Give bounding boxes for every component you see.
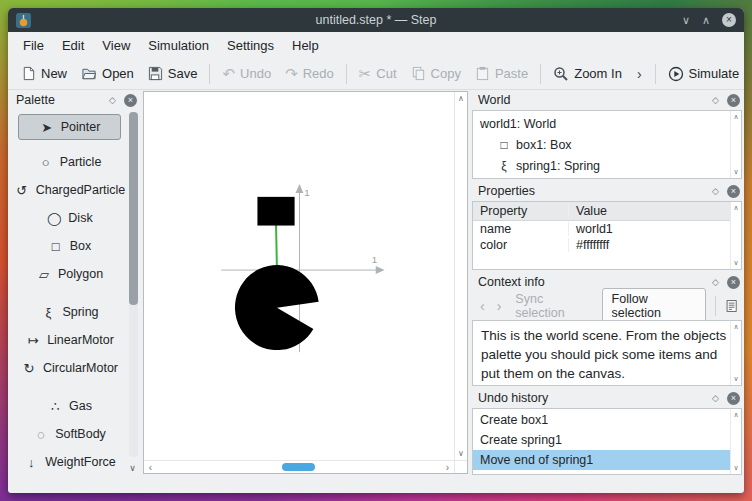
zoom-in-button[interactable]: Zoom In: [546, 62, 629, 86]
palette-scrollbar[interactable]: [129, 112, 138, 457]
copy-label: Copy: [431, 66, 461, 81]
window-controls: ∨ ∧ ×: [682, 13, 736, 27]
context-info-text: This is the world scene. From the object…: [473, 321, 730, 385]
undo-button[interactable]: ↶ Undo: [215, 62, 278, 85]
palette-item-polygon[interactable]: ▱ Polygon: [12, 260, 127, 288]
palette-scroll-down-icon[interactable]: ∨: [127, 463, 138, 473]
scroll-up-icon[interactable]: ∧: [733, 204, 738, 212]
canvas-vertical-scrollbar[interactable]: ∧ ∨: [454, 92, 467, 460]
box-icon: □: [48, 239, 64, 254]
sync-selection-button[interactable]: Sync selection: [509, 289, 597, 323]
palette-item-disk[interactable]: ◯ Disk: [12, 204, 127, 232]
float-panel-icon[interactable]: ◇: [712, 393, 719, 403]
menu-settings[interactable]: Settings: [218, 34, 283, 57]
toolbar-separator: [655, 64, 656, 84]
maximize-icon[interactable]: ∧: [702, 15, 710, 26]
scroll-down-icon[interactable]: ∨: [458, 449, 464, 458]
palette-item-box[interactable]: □ Box: [12, 232, 127, 260]
close-panel-icon[interactable]: ×: [124, 94, 137, 107]
close-panel-icon[interactable]: ×: [727, 94, 740, 107]
close-icon[interactable]: ×: [722, 13, 736, 27]
properties-scrollbar[interactable]: ∧ ∨: [730, 202, 741, 269]
palette-item-gas[interactable]: ∴ Gas: [12, 392, 127, 420]
scroll-right-icon[interactable]: ›: [441, 462, 454, 473]
property-row-color[interactable]: color #ffffffff: [473, 237, 730, 253]
palette-item-linearmotor[interactable]: ↦ LinearMotor: [12, 326, 127, 354]
paste-button[interactable]: Paste: [468, 62, 535, 85]
scrollbar-thumb[interactable]: [282, 463, 315, 471]
undo-history-scrollbar[interactable]: ∧ ∨: [730, 409, 741, 474]
menu-edit[interactable]: Edit: [53, 34, 93, 57]
world-canvas[interactable]: 1 1 ∧ ∨ ‹: [143, 91, 468, 474]
palette-item-pointer[interactable]: ➤ Pointer: [18, 114, 121, 140]
scroll-up-icon[interactable]: ∧: [733, 411, 738, 419]
redo-label: Redo: [303, 66, 334, 81]
palette-item-circularmotor[interactable]: ↻ CircularMotor: [12, 354, 127, 382]
float-panel-icon[interactable]: ◇: [712, 186, 719, 196]
scroll-left-icon[interactable]: ‹: [144, 462, 157, 473]
close-panel-icon[interactable]: ×: [727, 185, 740, 198]
world-panel: World ◇ × world1: World □ box1: Box: [470, 90, 744, 179]
menu-view[interactable]: View: [93, 34, 139, 57]
canvas-horizontal-scrollbar[interactable]: ‹ ›: [144, 460, 454, 473]
scroll-up-icon[interactable]: ∧: [733, 113, 738, 121]
palette-item-particle[interactable]: ○ Particle: [12, 148, 127, 176]
disk-object[interactable]: [235, 265, 319, 350]
float-panel-icon[interactable]: ◇: [712, 277, 719, 287]
undo-item-label: Create box1: [480, 413, 548, 427]
tree-item-box1[interactable]: □ box1: Box: [473, 134, 730, 155]
properties-table: Property Value name world1 color #ffffff…: [473, 202, 730, 269]
follow-selection-button[interactable]: Follow selection: [602, 288, 706, 324]
open-button[interactable]: Open: [74, 62, 141, 85]
scroll-down-icon[interactable]: ∨: [733, 464, 738, 472]
minimize-icon[interactable]: ∨: [682, 15, 690, 26]
palette-item-softbody[interactable]: ◌ SoftBody: [12, 420, 127, 448]
box-object[interactable]: [257, 197, 294, 226]
scene-svg[interactable]: 1 1: [144, 92, 454, 460]
menu-simulation[interactable]: Simulation: [139, 34, 218, 57]
menu-help[interactable]: Help: [283, 34, 328, 57]
palette-item-chargedparticle[interactable]: ↺ ChargedParticle: [12, 176, 127, 204]
tree-item-label: spring1: Spring: [516, 159, 600, 173]
text-page-icon[interactable]: [725, 299, 738, 313]
close-panel-icon[interactable]: ×: [727, 276, 740, 289]
context-scrollbar[interactable]: ∧ ∨: [730, 321, 741, 385]
scroll-down-icon[interactable]: ∨: [733, 168, 738, 176]
world-scrollbar[interactable]: ∧ ∨: [730, 111, 741, 178]
undo-item-create-spring1[interactable]: Create spring1: [473, 430, 730, 450]
close-panel-icon[interactable]: ×: [727, 392, 740, 405]
redo-button[interactable]: ↷ Redo: [278, 62, 341, 85]
tree-item-spring1[interactable]: ξ spring1: Spring: [473, 155, 730, 176]
scroll-up-icon[interactable]: ∧: [458, 94, 464, 103]
palette-item-weightforce[interactable]: ↓ WeightForce: [12, 448, 127, 475]
titlebar[interactable]: untitled.step * — Step ∨ ∧ ×: [8, 8, 744, 32]
save-button[interactable]: Save: [141, 62, 205, 85]
scrollbar-track[interactable]: [157, 461, 441, 473]
redo-icon: ↷: [285, 66, 298, 81]
scroll-up-icon[interactable]: ∧: [733, 323, 738, 331]
scroll-down-icon[interactable]: ∨: [733, 375, 738, 383]
copy-button[interactable]: Copy: [404, 62, 468, 85]
palette-item-spring[interactable]: ξ Spring: [12, 298, 127, 326]
float-panel-icon[interactable]: ◇: [109, 95, 116, 105]
toolbar-overflow-icon[interactable]: ›: [629, 64, 650, 84]
float-panel-icon[interactable]: ◇: [712, 95, 719, 105]
tree-item-world1[interactable]: world1: World: [473, 113, 730, 134]
undo-item-move-end-of-spring1[interactable]: Move end of spring1: [473, 450, 730, 470]
property-row-name[interactable]: name world1: [473, 221, 730, 237]
scroll-down-icon[interactable]: ∨: [733, 259, 738, 267]
properties-column-headers[interactable]: Property Value: [473, 202, 730, 221]
back-icon[interactable]: ‹: [476, 298, 489, 314]
menu-file[interactable]: File: [14, 34, 53, 57]
cut-button[interactable]: ✂ Cut: [352, 62, 404, 85]
canvas-view[interactable]: 1 1: [144, 92, 454, 460]
simulate-button[interactable]: Simulate ▾: [661, 62, 744, 86]
undo-item-create-box1[interactable]: Create box1: [473, 410, 730, 430]
palette-item-label: Spring: [62, 305, 98, 319]
spring-object[interactable]: [276, 225, 277, 272]
palette-item-label: Particle: [60, 155, 102, 169]
new-button[interactable]: New: [14, 62, 74, 85]
forward-icon[interactable]: ›: [493, 298, 506, 314]
palette-scrollbar-thumb[interactable]: [129, 112, 138, 305]
world-header: World ◇ ×: [470, 90, 744, 110]
